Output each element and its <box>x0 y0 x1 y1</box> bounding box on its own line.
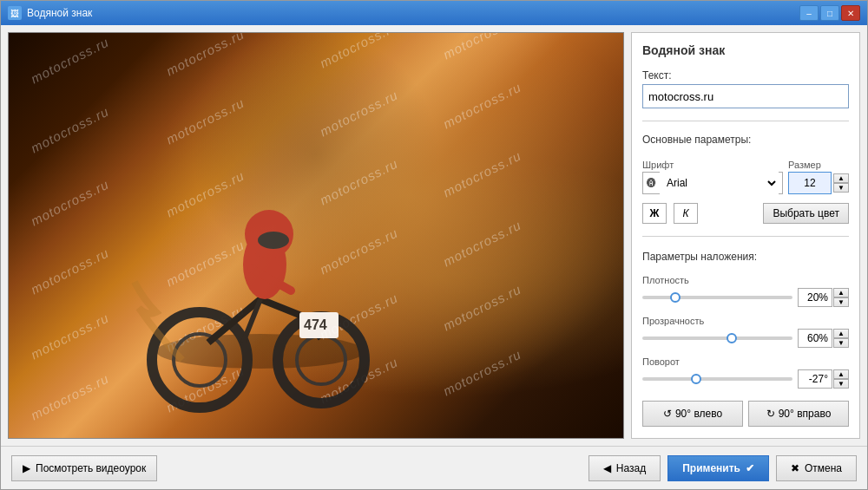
panel-title: Водяной знак <box>642 43 849 57</box>
watermark-13: motocross.ru <box>29 245 112 297</box>
rotation-down-button[interactable]: ▼ <box>833 379 849 389</box>
density-value-input[interactable] <box>798 288 832 307</box>
italic-button[interactable]: К <box>674 203 698 224</box>
cancel-icon: ✖ <box>791 462 799 474</box>
watermark-16: motocross.ru <box>440 217 523 269</box>
transparency-down-button[interactable]: ▼ <box>833 338 849 348</box>
font-size-input[interactable] <box>788 172 832 194</box>
footer: ▶ Посмотреть видеоурок ◀ Назад Применить… <box>1 446 867 489</box>
window-title: Водяной знак <box>27 7 92 19</box>
cancel-label: Отмена <box>805 462 842 474</box>
rotation-label: Поворот <box>642 356 849 367</box>
main-content: motocross.ru motocross.ru motocross.ru m… <box>1 25 867 446</box>
density-slider[interactable] <box>642 296 792 299</box>
rotate-left-label: 90° влево <box>675 408 722 420</box>
size-input-wrapper: ▲ ▼ <box>788 172 849 194</box>
back-button[interactable]: ◀ Назад <box>589 455 661 481</box>
font-select-group: Шрифт 🅐 Arial Times New Roman Verdana <box>642 160 783 194</box>
maximize-button[interactable]: □ <box>820 5 839 21</box>
watermark-1: motocross.ru <box>29 35 112 87</box>
watermark-4: motocross.ru <box>440 33 523 62</box>
density-up-button[interactable]: ▲ <box>833 288 849 297</box>
rotate-right-button[interactable]: ↻ 90° вправо <box>748 401 849 427</box>
main-window: 🖼 Водяной знак – □ ✕ motocross.ru motocr… <box>0 0 868 490</box>
transparency-up-button[interactable]: ▲ <box>833 329 849 338</box>
watermark-12: motocross.ru <box>440 148 523 200</box>
transparency-value-group: ▲ ▼ <box>798 329 849 348</box>
back-icon: ◀ <box>603 462 611 474</box>
rotation-group: Поворот ▲ ▼ <box>642 356 849 389</box>
density-group: Плотность ▲ ▼ <box>642 275 849 307</box>
watermark-24: motocross.ru <box>440 346 523 398</box>
rotation-control: ▲ ▼ <box>642 369 849 389</box>
rider-image: 474 <box>130 178 391 421</box>
font-label: Шрифт <box>642 160 783 170</box>
apply-label: Применить <box>682 462 740 474</box>
font-select[interactable]: Arial Times New Roman Verdana <box>660 172 779 194</box>
apply-icon: ✔ <box>746 462 754 474</box>
divider-1 <box>642 121 849 121</box>
rotate-buttons-row: ↺ 90° влево ↻ 90° вправо <box>642 401 849 427</box>
watermark-8: motocross.ru <box>440 79 523 131</box>
style-row: Ж К Выбрать цвет <box>642 203 849 224</box>
watermark-5: motocross.ru <box>29 103 112 155</box>
title-bar: 🖼 Водяной знак – □ ✕ <box>1 1 867 25</box>
footer-right: ◀ Назад Применить ✔ ✖ Отмена <box>589 455 857 481</box>
font-select-wrapper: 🅐 Arial Times New Roman Verdana <box>642 172 783 194</box>
watermark-settings: Водяной знак Текст: Основные параметры: … <box>631 32 860 439</box>
rotation-value-group: ▲ ▼ <box>798 369 849 389</box>
size-down-button[interactable]: ▼ <box>833 183 849 193</box>
window-icon: 🖼 <box>8 6 22 20</box>
right-panel: Водяной знак Текст: Основные параметры: … <box>631 32 860 439</box>
overlay-params-label: Параметры наложения: <box>642 251 849 263</box>
watermark-20: motocross.ru <box>440 282 523 334</box>
watermark-9: motocross.ru <box>29 176 112 228</box>
rotate-right-icon: ↻ <box>766 408 775 420</box>
watermark-6: motocross.ru <box>164 95 247 147</box>
font-icon: 🅐 <box>647 178 656 188</box>
watermark-21: motocross.ru <box>29 370 112 422</box>
density-spinner: ▲ ▼ <box>833 288 849 307</box>
font-row: Шрифт 🅐 Arial Times New Roman Verdana Ра… <box>642 160 849 194</box>
rotate-left-button[interactable]: ↺ 90° влево <box>642 401 743 427</box>
size-label: Размер <box>788 160 849 170</box>
back-label: Назад <box>616 462 646 474</box>
density-value-group: ▲ ▼ <box>798 288 849 307</box>
rotate-left-icon: ↺ <box>663 408 672 420</box>
size-spinner: ▲ ▼ <box>833 173 849 193</box>
apply-button[interactable]: Применить ✔ <box>667 455 769 481</box>
svg-text:474: 474 <box>304 317 327 332</box>
video-tutorial-button[interactable]: ▶ Посмотреть видеоурок <box>11 455 157 481</box>
rotation-value-input[interactable] <box>798 369 832 389</box>
transparency-group: Прозрачность ▲ ▼ <box>642 316 849 348</box>
text-field-group: Текст: <box>642 69 849 108</box>
watermark-3: motocross.ru <box>318 33 401 70</box>
transparency-value-input[interactable] <box>798 329 832 348</box>
footer-left: ▶ Посмотреть видеоурок <box>11 455 157 481</box>
transparency-label: Прозрачность <box>642 316 849 326</box>
rotation-slider[interactable] <box>642 377 792 381</box>
watermark-17: motocross.ru <box>29 310 112 362</box>
transparency-control: ▲ ▼ <box>642 329 849 348</box>
minimize-button[interactable]: – <box>799 5 819 21</box>
size-up-button[interactable]: ▲ <box>833 173 849 183</box>
image-panel: motocross.ru motocross.ru motocross.ru m… <box>8 32 624 439</box>
transparency-spinner: ▲ ▼ <box>833 329 849 348</box>
rotate-right-label: 90° вправо <box>779 408 832 420</box>
font-size-group: Размер ▲ ▼ <box>788 160 849 194</box>
title-controls: – □ ✕ <box>799 5 860 21</box>
cancel-button[interactable]: ✖ Отмена <box>776 455 857 481</box>
basic-params-label: Основные параметры: <box>642 134 849 146</box>
video-icon: ▶ <box>23 462 30 474</box>
density-down-button[interactable]: ▼ <box>833 297 849 307</box>
watermark-text-input[interactable] <box>642 84 849 108</box>
close-button[interactable]: ✕ <box>841 5 860 21</box>
rotation-up-button[interactable]: ▲ <box>833 369 849 379</box>
color-picker-button[interactable]: Выбрать цвет <box>763 203 849 224</box>
title-bar-left: 🖼 Водяной знак <box>8 6 92 20</box>
transparency-slider[interactable] <box>642 336 792 340</box>
watermark-2: motocross.ru <box>164 33 247 78</box>
video-btn-label: Посмотреть видеоурок <box>36 462 146 474</box>
watermark-7: motocross.ru <box>318 88 401 140</box>
bold-button[interactable]: Ж <box>642 203 667 224</box>
